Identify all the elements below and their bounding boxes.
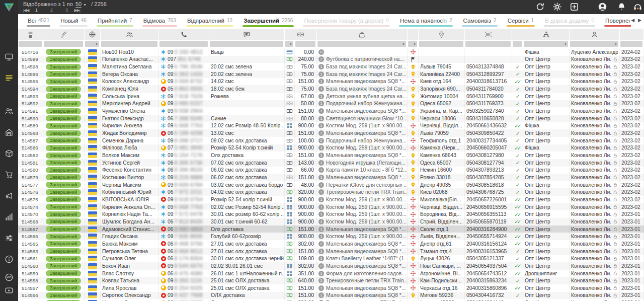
filter-dropdown-icon[interactable]: ▼	[95, 43, 98, 46]
filter-input-products[interactable]: ▼	[317, 41, 406, 47]
order-row[interactable]: 514599 Завершений Потапенко Анастас... 0…	[18, 56, 644, 63]
order-row[interactable]: 514557 Завершений Лила Ярослав 098 254 5…	[18, 284, 644, 292]
sidebar-item-statistics-chart-icon[interactable]	[5, 212, 14, 221]
order-row[interactable]: 514561 Завершений Сучилов Олег 068 174 8…	[18, 255, 644, 262]
sidebar-item-partners-handshake-icon[interactable]	[5, 273, 14, 282]
support-headset-icon[interactable]	[633, 2, 642, 12]
order-row[interactable]: 514556 Завершений Сиротюк Олександр 098 …	[18, 292, 644, 299]
tab-3[interactable]: Відмова 763	[138, 14, 182, 29]
order-row[interactable]: 514579 Завершений Костишин Виктор 098 21…	[18, 174, 644, 181]
sidebar-item-video-tutorials-icon[interactable]	[5, 286, 14, 295]
filter-input-payment[interactable]: ▼	[285, 41, 293, 47]
order-row[interactable]: 514570 Завершений Корнелюк Надія Та... 0…	[18, 210, 644, 218]
sidebar-item-orders-list-icon[interactable]	[5, 73, 14, 83]
order-row[interactable]: 514567 Завершений Адамовский Станис... 0…	[18, 225, 644, 233]
column-header-status[interactable]	[43, 29, 84, 40]
order-row[interactable]: 514559 Завершений Влас Слотюу 068 475 40…	[18, 270, 644, 277]
order-row[interactable]: 514576 Завершений Кобилинський Юрий 067 …	[18, 188, 644, 196]
order-row[interactable]: 514586 Завершений Філіпова Люба 073 481 …	[18, 144, 644, 152]
column-header-products[interactable]	[317, 29, 407, 40]
order-row[interactable]: 514589 Завершений Кирилич Анжела 096 668…	[18, 122, 644, 130]
column-header-phone[interactable]	[159, 29, 209, 40]
filter-input-order-id[interactable]	[19, 41, 42, 47]
filter-input-customer[interactable]	[101, 41, 157, 47]
filter-input-delivery-check[interactable]	[513, 41, 522, 47]
filter-dropdown-icon[interactable]: ▼	[564, 43, 567, 46]
filter-input-date[interactable]	[620, 41, 642, 47]
order-row[interactable]: 514592 Завершений Мерклингер Андрей 093 …	[18, 100, 644, 108]
filter-input-amount[interactable]	[295, 41, 315, 47]
tab-8[interactable]: Самовивіз 2	[457, 14, 502, 29]
column-header-tracking-number[interactable]	[465, 29, 512, 40]
sidebar-item-marketing-megaphone-icon[interactable]	[5, 191, 14, 200]
tab-scroll-right-icon[interactable]: ▶	[638, 18, 641, 23]
column-header-sales-channel[interactable]	[523, 29, 569, 40]
order-row[interactable]: 514716 Завершений Нов10 Нов10 093 193 48…	[18, 48, 644, 56]
tab-10[interactable]: В дорозі додому 0	[539, 14, 600, 29]
order-row[interactable]: 514563 Завершений Петровська Тетяна 068 …	[18, 248, 644, 255]
filter-dropdown-icon[interactable]: ▼	[289, 43, 292, 46]
filter-input-tracking-number[interactable]	[465, 41, 511, 47]
filter-dropdown-icon[interactable]: ▼	[413, 43, 416, 46]
filter-input-address[interactable]	[419, 41, 463, 47]
order-row[interactable]: 514560 Завершений Бокоч Иван 098 544 657…	[18, 262, 644, 270]
order-row[interactable]: 514574 Завершений Кирилич Анжела Ол... 0…	[18, 203, 644, 211]
order-row[interactable]: 514594 Завершений Компанец Юля 050 862 0…	[18, 85, 644, 93]
add-new-icon[interactable]	[570, 2, 579, 12]
settings-gear-icon[interactable]	[552, 2, 562, 12]
order-row[interactable]: 514558 Завершений Ковпак Татьяна 098 393…	[18, 277, 644, 284]
tab-5[interactable]: Завершений 2256	[238, 14, 298, 29]
account-avatar-icon[interactable]	[598, 2, 607, 12]
tab-2[interactable]: Прийнятий 7	[92, 14, 138, 29]
order-row[interactable]: 514595 Завершений Колосок Александр 093 …	[18, 78, 644, 86]
sidebar-item-customers-icon[interactable]	[5, 107, 14, 116]
order-row[interactable]: 514575 Завершений КВІТОВСЬКА ЮЛІЯ 098 51…	[18, 196, 644, 203]
order-row[interactable]: 514566 Завершений Гладик Оксана 097 835 …	[18, 233, 644, 240]
filter-dropdown-icon[interactable]: ▼	[614, 43, 617, 46]
notifications-bell-icon[interactable]	[617, 2, 626, 12]
order-row[interactable]: 514591 Завершений Чумаченко Олена 098 03…	[18, 107, 644, 115]
tab-9[interactable]: Сервіси 1	[502, 14, 540, 29]
column-header-address[interactable]	[419, 29, 464, 40]
order-row[interactable]: 514590 Завершений Гнатюк Олексндр 067 39…	[18, 115, 644, 122]
column-header-delivery-service[interactable]	[408, 29, 418, 40]
column-header-manager[interactable]	[570, 29, 619, 40]
order-row[interactable]: 514587 Завершений Семенюк Дарина 098 398…	[18, 137, 644, 144]
tab-1[interactable]: Новый 46	[55, 14, 92, 29]
column-header-order-id[interactable]: ID≡	[18, 29, 43, 40]
sidebar-item-settings-sliders-icon[interactable]	[5, 234, 14, 243]
order-row[interactable]: 514568 Завершений Шумляс Богдана Ан... 0…	[18, 218, 644, 225]
column-header-comment[interactable]	[209, 29, 284, 40]
filter-input-phone[interactable]	[159, 41, 208, 47]
order-row[interactable]: 514582 Завершений Волков Максим 096 154 …	[18, 152, 644, 159]
column-header-delivery-check[interactable]	[512, 29, 523, 40]
filter-input-manager[interactable]: ▼	[570, 41, 618, 47]
order-row[interactable]: 514577 Завершений Черниш Максим 098 609 …	[18, 181, 644, 189]
tab-7[interactable]: Нема в наявності 2	[394, 14, 457, 29]
app-logo-icon[interactable]	[3, 2, 16, 13]
filter-input-comment[interactable]	[210, 41, 283, 47]
filter-input-sales-channel[interactable]: ▼	[524, 41, 568, 47]
tab-11[interactable]: Повернення (завершений) 125	[600, 14, 631, 29]
filter-dropdown-icon[interactable]: ▼	[402, 43, 405, 46]
tab-scroll-left-icon[interactable]: ◀	[631, 18, 634, 23]
filter-input-country[interactable]: ▼	[85, 41, 99, 47]
sidebar-item-info-icon[interactable]	[5, 255, 14, 264]
order-row[interactable]: 514596 Завершений Вегера Оксана 096 363 …	[18, 70, 644, 78]
column-header-payment[interactable]	[285, 29, 316, 40]
order-row[interactable]: 514581 Завершений Устинов Сергей 068 305…	[18, 159, 644, 167]
filter-input-delivery-service[interactable]: ▼	[408, 41, 417, 47]
filter-input-status[interactable]	[44, 41, 83, 47]
sidebar-item-products-box-icon[interactable]	[5, 149, 14, 158]
column-header-date[interactable]	[620, 29, 643, 40]
order-row[interactable]: 514580 Завершений Фесенко Константин 068…	[18, 167, 644, 174]
order-row[interactable]: 514555 Завершений Новосад Олеся 066 362 …	[18, 299, 644, 301]
order-row[interactable]: 514588 Завершений Жидак Володимир 066 19…	[18, 129, 644, 137]
sidebar-item-dashboard-monitor-icon[interactable]	[5, 52, 14, 61]
column-header-country[interactable]	[85, 29, 100, 40]
sidebar-item-warehouse-icon[interactable]	[5, 128, 14, 137]
column-header-customer[interactable]	[101, 29, 158, 40]
sidebar-item-procurement-cart-icon[interactable]	[5, 170, 14, 179]
tab-6[interactable]: Повернення товару (в дорозі) 0	[298, 14, 394, 29]
order-row[interactable]: 514598 Завершений Малютина Светлана 096 …	[18, 63, 644, 70]
